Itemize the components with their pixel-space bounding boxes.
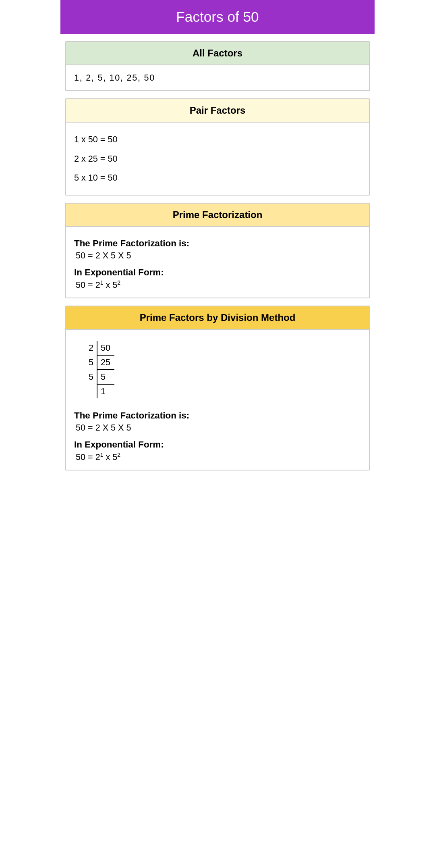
prime-fact-eq1: 50 = 2 X 5 X 5: [76, 250, 131, 260]
division-fact-eq1: 50 = 2 X 5 X 5: [76, 423, 131, 433]
prime-fact-eq2: 50 = 21 x 52: [76, 280, 120, 290]
dividend-4: 1: [97, 384, 114, 398]
all-factors-section: All Factors 1, 2, 5, 10, 25, 50: [65, 41, 370, 91]
division-row-4: 1: [86, 384, 114, 398]
division-fact-eq2: 50 = 21 x 52: [76, 452, 120, 462]
pair-row-3: 5 x 10 = 50: [74, 168, 361, 187]
dividend-1: 50: [97, 341, 114, 355]
division-row-2: 5 25: [86, 355, 114, 370]
divisor-2: 5: [86, 355, 97, 370]
all-factors-list: 1, 2, 5, 10, 25, 50: [74, 73, 155, 83]
prime-fact-label1: The Prime Factorization is:: [74, 238, 361, 249]
prime-fact-label2: In Exponential Form:: [74, 267, 361, 278]
division-table: 2 50 5 25 5 5 1: [86, 341, 114, 398]
division-method-header: Prime Factors by Division Method: [66, 306, 369, 329]
divisor-1: 2: [86, 341, 97, 355]
prime-factorization-header: Prime Factorization: [66, 204, 369, 226]
division-row-3: 5 5: [86, 370, 114, 384]
division-row-1: 2 50: [86, 341, 114, 355]
division-fact-label2: In Exponential Form:: [74, 439, 361, 450]
all-factors-body: 1, 2, 5, 10, 25, 50: [66, 65, 369, 90]
pair-row-1: 1 x 50 = 50: [74, 130, 361, 149]
all-factors-header: All Factors: [66, 42, 369, 65]
pair-factors-body: 1 x 50 = 50 2 x 25 = 50 5 x 10 = 50: [66, 122, 369, 195]
division-method-section: Prime Factors by Division Method 2 50 5 …: [65, 306, 370, 470]
dividend-3: 5: [97, 370, 114, 384]
page-title: Factors of 50: [60, 0, 375, 34]
prime-factorization-section: Prime Factorization The Prime Factorizat…: [65, 203, 370, 298]
pair-factors-section: Pair Factors 1 x 50 = 50 2 x 25 = 50 5 x…: [65, 98, 370, 196]
divisor-3: 5: [86, 370, 97, 384]
division-fact-label1: The Prime Factorization is:: [74, 410, 361, 421]
division-method-body: 2 50 5 25 5 5 1 The Prime Factorization …: [66, 329, 369, 470]
divisor-4: [86, 384, 97, 398]
pair-row-2: 2 x 25 = 50: [74, 149, 361, 169]
pair-factors-header: Pair Factors: [66, 99, 369, 122]
dividend-2: 25: [97, 355, 114, 370]
prime-factorization-body: The Prime Factorization is: 50 = 2 X 5 X…: [66, 226, 369, 298]
